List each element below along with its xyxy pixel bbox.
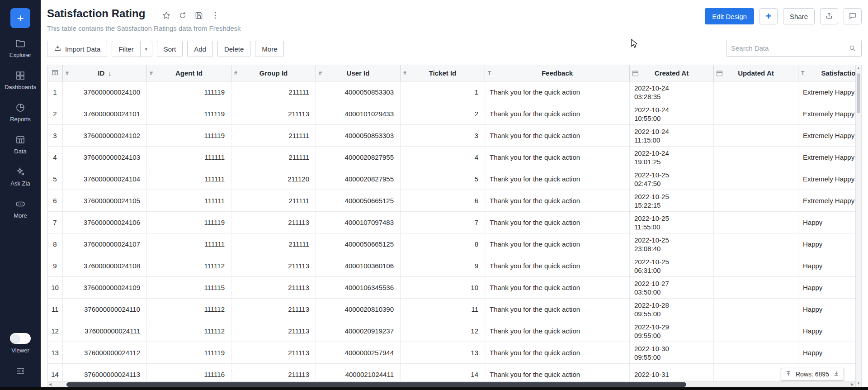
cell-created_at[interactable]: 2022-10-29 09:55:00 [630,320,714,342]
cell-feedback[interactable]: Thank you for the quick action [485,255,630,276]
row-header-cell[interactable] [47,65,63,81]
cell-group_id[interactable]: 211111 [231,233,316,255]
cell-id[interactable]: 376000000024108 [63,255,147,276]
cell-agent_id[interactable]: 111112 [147,299,231,320]
row-number[interactable]: 14 [47,364,63,381]
cell-agent_id[interactable]: 111111 [147,168,231,190]
cell-group_id[interactable]: 211113 [231,255,316,276]
cell-feedback[interactable]: Thank you for the quick action [485,320,630,342]
sidebar-item-reports[interactable]: Reports [0,102,41,123]
cell-satisfaction[interactable]: Happy [798,320,855,342]
cell-satisfaction[interactable]: Happy [798,342,855,363]
cell-user_id[interactable]: 4000107097483 [316,212,401,233]
refresh-icon[interactable] [178,11,187,20]
cell-feedback[interactable]: Thank you for the quick action [485,364,630,381]
cell-created_at[interactable]: 2022-10-28 09:55:00 [630,299,714,320]
cell-id[interactable]: 376000000024105 [63,190,147,211]
cell-feedback[interactable]: Thank you for the quick action [485,168,630,190]
cell-updated_at[interactable] [714,103,798,124]
cell-satisfaction[interactable]: Extremely Happy [798,168,855,190]
cell-agent_id[interactable]: 111115 [147,277,231,298]
kebab-menu-icon[interactable] [211,11,220,20]
download-icon[interactable] [833,371,840,378]
comments-button[interactable] [844,8,862,24]
cell-user_id[interactable]: 4000050665125 [316,233,401,255]
cell-ticket_id[interactable]: 7 [401,212,485,233]
export-button[interactable] [820,8,838,24]
add-view-button[interactable]: + [760,8,778,24]
cell-feedback[interactable]: Thank you for the quick action [485,103,630,124]
cell-ticket_id[interactable]: 12 [401,320,485,342]
cell-user_id[interactable]: 4000020827955 [316,147,401,168]
row-number[interactable]: 5 [47,168,63,190]
cell-created_at[interactable]: 2022-10-25 06:31:00 [630,255,714,276]
cell-agent_id[interactable]: 111111 [147,233,231,255]
column-header-id[interactable]: #ID↓ [63,65,147,81]
cell-feedback[interactable]: Thank you for the quick action [485,299,630,320]
cell-agent_id[interactable]: 111112 [147,320,231,342]
vertical-scroll-thumb[interactable] [857,73,860,113]
cell-group_id[interactable]: 211113 [231,299,316,320]
horizontal-scroll-thumb[interactable] [66,382,686,387]
cell-ticket_id[interactable]: 10 [401,277,485,298]
row-number[interactable]: 13 [47,342,63,363]
cell-ticket_id[interactable]: 8 [401,233,485,255]
cell-user_id[interactable]: 4000020827955 [316,168,401,190]
cell-group_id[interactable]: 211120 [231,168,316,190]
table-row[interactable]: 1376000000024100111119211111400005085330… [47,81,855,103]
table-row[interactable]: 5376000000024104111111211120400002082795… [47,168,855,190]
search-icon[interactable] [849,44,857,52]
column-header-created_at[interactable]: Created At [630,65,714,81]
cell-id[interactable]: 376000000024104 [63,168,147,190]
cell-feedback[interactable]: Thank you for the quick action [485,147,630,168]
cell-created_at[interactable]: 2022-10-24 11:15:00 [630,125,714,146]
cell-agent_id[interactable]: 111116 [147,364,231,381]
import-data-button[interactable]: Import Data [47,41,107,57]
cell-satisfaction[interactable]: Extremely Happy [798,147,855,168]
cell-feedback[interactable]: Thank you for the quick action [485,277,630,298]
cell-created_at[interactable]: 2022-10-31 [630,364,714,381]
cell-group_id[interactable]: 211111 [231,147,316,168]
cell-satisfaction[interactable]: Happy [798,299,855,320]
row-number[interactable]: 9 [47,255,63,276]
add-button[interactable]: Add [187,41,213,57]
cell-id[interactable]: 376000000024102 [63,125,147,146]
cell-updated_at[interactable] [714,168,798,190]
cell-group_id[interactable]: 211113 [231,364,316,381]
cell-group_id[interactable]: 211111 [231,81,316,103]
cell-user_id[interactable]: 4000100360106 [316,255,401,276]
table-row[interactable]: 1337600000002411211111921111340000002579… [47,342,855,364]
table-row[interactable]: 1437600000002411311111621111340000210244… [47,364,855,381]
table-row[interactable]: 7376000000024106111119211113400010709748… [47,212,855,233]
cell-created_at[interactable]: 2022-10-25 15:22:15 [630,190,714,211]
table-row[interactable]: 9376000000024108111112211113400010036010… [47,255,855,277]
cell-id[interactable]: 376000000024107 [63,233,147,255]
cell-updated_at[interactable] [714,299,798,320]
column-header-user_id[interactable]: #User Id [316,65,401,81]
cell-feedback[interactable]: Thank you for the quick action [485,190,630,211]
row-number[interactable]: 7 [47,212,63,233]
cell-created_at[interactable]: 2022-10-30 09:55:00 [630,342,714,363]
column-header-satisfaction[interactable]: TSatisfaction [798,65,855,81]
column-header-ticket_id[interactable]: #Ticket Id [401,65,485,81]
sidebar-item-data[interactable]: Data [0,134,41,155]
cell-id[interactable]: 376000000024110 [63,299,147,320]
sort-button[interactable]: Sort [157,41,183,57]
cell-satisfaction[interactable]: Extremely Happy [798,103,855,124]
cell-feedback[interactable]: Thank you for the quick action [485,212,630,233]
cell-agent_id[interactable]: 111111 [147,147,231,168]
cell-updated_at[interactable] [714,147,798,168]
cell-group_id[interactable]: 211113 [231,320,316,342]
cell-agent_id[interactable]: 111119 [147,212,231,233]
cell-satisfaction[interactable]: Happy [798,255,855,276]
table-row[interactable]: 8376000000024107111111211111400005066512… [47,233,855,255]
column-header-agent_id[interactable]: #Agent Id [147,65,231,81]
row-number[interactable]: 4 [47,147,63,168]
cell-ticket_id[interactable]: 1 [401,81,485,103]
table-row[interactable]: 6376000000024105111111211111400005066512… [47,190,855,212]
scroll-down-arrow[interactable]: ▼ [856,380,861,387]
row-number[interactable]: 10 [47,277,63,298]
table-row[interactable]: 1237600000002411111111221111340000209192… [47,320,855,342]
cell-user_id[interactable]: 4000000257944 [316,342,401,363]
collapse-sidebar-icon[interactable] [15,366,26,376]
